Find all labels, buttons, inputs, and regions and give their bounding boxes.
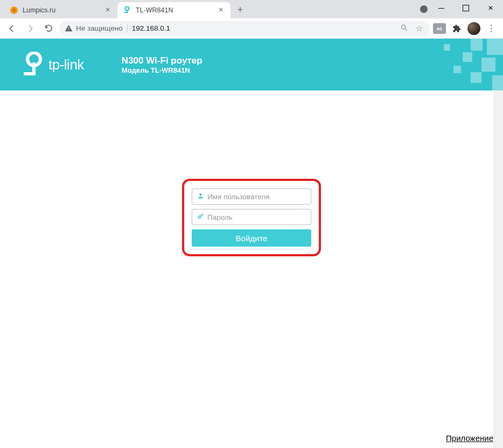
header-decoration — [406, 39, 503, 90]
svg-point-18 — [198, 216, 200, 218]
menu-button[interactable]: ⋮ — [484, 21, 499, 36]
bookmark-star-icon[interactable]: ☆ — [414, 24, 424, 33]
password-field-wrap[interactable] — [192, 209, 311, 225]
reload-button[interactable] — [41, 21, 56, 36]
username-field-wrap[interactable] — [192, 188, 311, 205]
tplink-logo-icon — [22, 52, 44, 78]
user-icon — [195, 192, 205, 201]
window-titlebar: Lumpics.ru × TL-WR841N × + ✕ — [0, 0, 503, 18]
svg-rect-13 — [453, 66, 461, 73]
login-button[interactable]: Войдите — [192, 229, 311, 247]
svg-rect-15 — [492, 75, 503, 90]
password-input[interactable] — [207, 213, 308, 221]
media-indicator-icon[interactable] — [420, 5, 428, 13]
svg-rect-11 — [463, 52, 472, 62]
close-window-button[interactable]: ✕ — [478, 0, 503, 16]
login-form: Войдите — [192, 188, 311, 247]
favicon-tplink — [123, 6, 131, 15]
brand-text: tp-link — [48, 57, 84, 73]
tab-title: Lumpics.ru — [23, 6, 100, 14]
window-controls: ✕ — [429, 0, 503, 16]
svg-point-5 — [401, 25, 406, 29]
new-tab-button[interactable]: + — [233, 2, 248, 17]
tab-title: TL-WR841N — [136, 6, 213, 14]
svg-point-17 — [199, 193, 201, 195]
svg-rect-9 — [487, 39, 503, 55]
url-text: 192.168.0.1 — [132, 24, 170, 32]
browser-toolbar: Не защищено 192.168.0.1 ☆ as ⋮ — [0, 18, 503, 39]
warning-icon — [65, 24, 73, 32]
tplink-logo: tp-link — [22, 52, 84, 78]
page-content: tp-link N300 Wi-Fi роутер Модель TL-WR84… — [0, 39, 503, 448]
close-icon[interactable]: × — [216, 6, 225, 15]
tab-router[interactable]: TL-WR841N × — [117, 2, 230, 18]
router-header: tp-link N300 Wi-Fi роутер Модель TL-WR84… — [0, 39, 503, 90]
router-title: N300 Wi-Fi роутер — [122, 55, 202, 66]
forward-button[interactable] — [23, 21, 38, 36]
annotation-highlight: Войдите — [182, 179, 321, 256]
separator — [127, 24, 128, 33]
svg-rect-8 — [24, 72, 36, 75]
minimize-button[interactable] — [429, 0, 453, 16]
extension-badge[interactable]: as — [433, 23, 446, 34]
address-bar[interactable]: Не защищено 192.168.0.1 ☆ — [59, 21, 430, 36]
svg-rect-16 — [444, 44, 450, 51]
login-area: Войдите — [182, 179, 321, 256]
key-icon — [195, 213, 205, 221]
vertical-scrollbar[interactable] — [494, 39, 503, 448]
tab-lumpics[interactable]: Lumpics.ru × — [4, 2, 117, 18]
favicon-lumpics — [10, 6, 18, 15]
profile-avatar[interactable] — [467, 22, 480, 35]
router-title-block: N300 Wi-Fi роутер Модель TL-WR841N — [122, 55, 202, 74]
svg-rect-14 — [471, 72, 481, 83]
security-label: Не защищено — [76, 24, 123, 32]
router-model: Модель TL-WR841N — [122, 66, 202, 74]
maximize-button[interactable] — [453, 0, 478, 16]
security-indicator[interactable]: Не защищено — [65, 24, 123, 32]
tab-strip: Lumpics.ru × TL-WR841N × + — [0, 0, 248, 18]
back-button[interactable] — [4, 21, 19, 36]
zoom-icon[interactable] — [399, 24, 409, 33]
extensions-button[interactable] — [449, 21, 464, 36]
svg-rect-10 — [471, 39, 483, 51]
svg-rect-12 — [481, 58, 495, 72]
svg-rect-4 — [124, 12, 128, 13]
close-icon[interactable]: × — [103, 6, 112, 15]
svg-point-1 — [12, 9, 16, 12]
username-input[interactable] — [207, 193, 308, 201]
app-link[interactable]: Приложение — [446, 433, 493, 443]
